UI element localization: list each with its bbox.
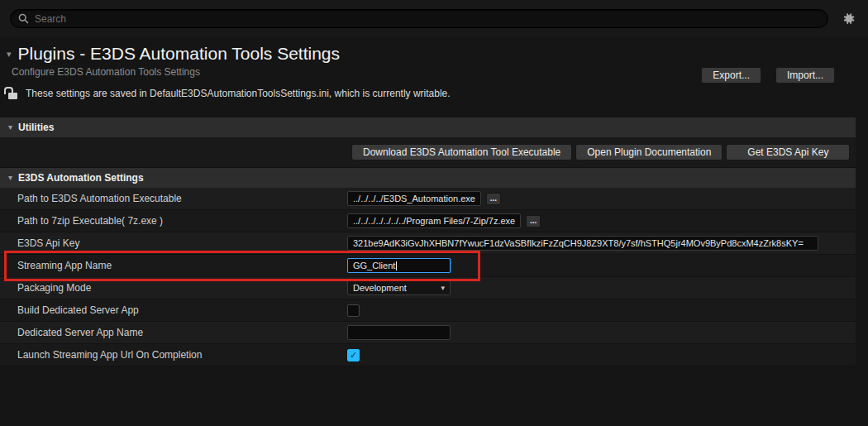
- get-e3ds-api-key-button[interactable]: Get E3DS Api Key: [726, 144, 850, 160]
- build-dedicated-server-checkbox[interactable]: [347, 304, 360, 317]
- row-e3ds-api-key: E3DS Api Key 321be9AdK3iGvJhXHBN7fYwucF1…: [0, 232, 856, 255]
- collapse-triangle-icon[interactable]: ▾: [7, 50, 12, 59]
- gear-icon: [842, 12, 856, 26]
- browse-button[interactable]: ...: [486, 193, 501, 205]
- packaging-mode-dropdown[interactable]: Development ▾: [347, 280, 451, 295]
- open-plugin-documentation-button[interactable]: Open Plugin Documentation: [575, 144, 723, 160]
- settings-window: ▾ Plugins - E3DS Automation Tools Settin…: [0, 0, 868, 426]
- import-button[interactable]: Import...: [775, 67, 835, 84]
- check-icon: ✓: [350, 350, 357, 361]
- api-key-field[interactable]: 321be9AdK3iGvJhXHBN7fYwucF1dzVaSBfIkziFz…: [347, 236, 818, 251]
- setting-label: Launch Streaming App Url On Completion: [0, 349, 347, 361]
- collapse-triangle-icon: ▾: [8, 123, 12, 132]
- search-icon: [18, 13, 29, 24]
- row-launch-streaming-url: Launch Streaming App Url On Completion ✓: [0, 344, 856, 366]
- row-path-e3ds-automation-executable: Path to E3DS Automation Executable ../..…: [0, 188, 856, 210]
- section-header-e3ds-settings[interactable]: ▾ E3DS Automation Settings: [0, 168, 856, 188]
- lock-open-icon: [8, 93, 17, 99]
- download-automation-tool-button[interactable]: Download E3DS Automation Tool Executable: [351, 144, 572, 160]
- setting-label: Dedicated Server App Name: [0, 327, 347, 338]
- setting-label: Path to E3DS Automation Executable: [0, 193, 347, 204]
- collapse-triangle-icon: ▾: [8, 174, 12, 182]
- setting-label: Path to 7zip Executable( 7z.exe ): [0, 215, 347, 227]
- row-path-7zip-executable: Path to 7zip Executable( 7z.exe ) ../../…: [0, 210, 856, 232]
- path-e3ds-automation-field[interactable]: ../../../../E3DS_Automation.exe: [347, 191, 481, 206]
- row-packaging-mode: Packaging Mode Development ▾: [0, 277, 856, 299]
- browse-button[interactable]: ...: [526, 215, 541, 227]
- section-title: E3DS Automation Settings: [18, 172, 144, 184]
- dedicated-server-app-name-field[interactable]: [347, 325, 451, 340]
- settings-gear-button[interactable]: [838, 9, 858, 29]
- page-header: ▾ Plugins - E3DS Automation Tools Settin…: [0, 37, 868, 79]
- setting-label: E3DS Api Key: [0, 237, 347, 249]
- section-title: Utilities: [18, 122, 54, 133]
- settings-rows: Path to E3DS Automation Executable ../..…: [0, 188, 856, 366]
- section-header-utilities[interactable]: ▾ Utilities: [0, 117, 856, 137]
- setting-label: Packaging Mode: [0, 282, 347, 294]
- export-button[interactable]: Export...: [701, 67, 761, 84]
- config-notice: These settings are saved in DefaultE3DSA…: [0, 79, 868, 108]
- row-dedicated-server-app-name: Dedicated Server App Name: [0, 322, 856, 344]
- path-7zip-field[interactable]: ../../../../../../../Program Files/7-Zip…: [347, 213, 521, 228]
- utilities-content: Download E3DS Automation Tool Executable…: [0, 137, 856, 168]
- chevron-down-icon: ▾: [441, 284, 445, 292]
- page-title: Plugins - E3DS Automation Tools Settings: [18, 44, 341, 64]
- launch-streaming-url-checkbox[interactable]: ✓: [347, 349, 360, 361]
- topbar: [0, 0, 868, 37]
- row-streaming-app-name: Streaming App Name GG_Client: [0, 255, 856, 277]
- search-bar: [10, 9, 828, 28]
- config-notice-text: These settings are saved in DefaultE3DSA…: [26, 88, 451, 99]
- streaming-app-name-field[interactable]: GG_Client: [347, 258, 451, 273]
- search-input[interactable]: [35, 13, 820, 25]
- text-caret: [396, 261, 397, 270]
- row-build-dedicated-server: Build Dedicated Server App: [0, 299, 856, 322]
- setting-label: Build Dedicated Server App: [0, 304, 347, 316]
- setting-label: Streaming App Name: [0, 260, 347, 271]
